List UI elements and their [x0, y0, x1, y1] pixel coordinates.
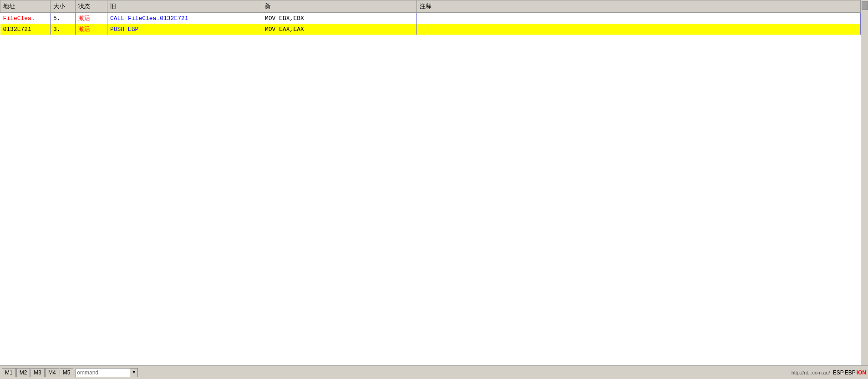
- tab-group: M1M2M3M4M5: [2, 368, 74, 377]
- tab-m5[interactable]: M5: [60, 368, 74, 377]
- header-new: 新: [262, 0, 417, 13]
- cell-size: 5.: [51, 13, 76, 24]
- tab-m1[interactable]: M1: [2, 368, 16, 377]
- cell-old: CALL FileClea.0132E721: [107, 13, 262, 24]
- cell-status: 激活: [76, 24, 107, 35]
- cell-old: PUSH EBP: [107, 24, 262, 35]
- header-status: 状态: [76, 0, 107, 13]
- cell-address: 0132E721: [0, 24, 51, 35]
- bottom-bar: M1M2M3M4M5 ▼ http://nt...com.au/ ESP EBP…: [0, 365, 868, 379]
- cell-status: 激活: [76, 13, 107, 24]
- table-header-row: 地址 大小 状态 旧 新 注释: [0, 0, 861, 13]
- table-row[interactable]: 0132E7213.激活PUSH EBPMOV EAX,EAX: [0, 24, 861, 35]
- cell-comment: [417, 24, 861, 35]
- header-old: 旧: [107, 0, 262, 13]
- tab-m3[interactable]: M3: [30, 368, 45, 377]
- patch-table: 地址 大小 状态 旧 新 注释 FileClea.5.激活CALL FileCl…: [0, 0, 861, 35]
- header-size: 大小: [51, 0, 76, 13]
- cell-size: 3.: [51, 24, 76, 35]
- dropdown-arrow-icon[interactable]: ▼: [130, 368, 138, 377]
- ion-label: ION: [857, 369, 866, 376]
- scrollbar-thumb[interactable]: [862, 1, 868, 10]
- tab-m2[interactable]: M2: [16, 368, 30, 377]
- cell-new: MOV EBX,EBX: [262, 13, 417, 24]
- tab-m4[interactable]: M4: [45, 368, 59, 377]
- cell-new: MOV EAX,EAX: [262, 24, 417, 35]
- command-input[interactable]: [76, 368, 130, 377]
- cell-address: FileClea.: [0, 13, 51, 24]
- ebp-label: EBP: [845, 369, 856, 376]
- main-content: 地址 大小 状态 旧 新 注释 FileClea.5.激活CALL FileCl…: [0, 0, 868, 365]
- table-row[interactable]: FileClea.5.激活CALL FileClea.0132E721MOV E…: [0, 13, 861, 24]
- table-scroll[interactable]: 地址 大小 状态 旧 新 注释 FileClea.5.激活CALL FileCl…: [0, 0, 861, 365]
- command-dropdown: ▼: [76, 368, 138, 377]
- cell-comment: [417, 13, 861, 24]
- vertical-scrollbar[interactable]: [861, 0, 868, 365]
- url-text: http://nt...com.au/: [792, 370, 830, 375]
- bottom-right-status: http://nt...com.au/ ESP EBP ION: [792, 369, 866, 376]
- header-address: 地址: [0, 0, 51, 13]
- header-comment: 注释: [417, 0, 861, 13]
- esp-label: ESP: [833, 369, 844, 376]
